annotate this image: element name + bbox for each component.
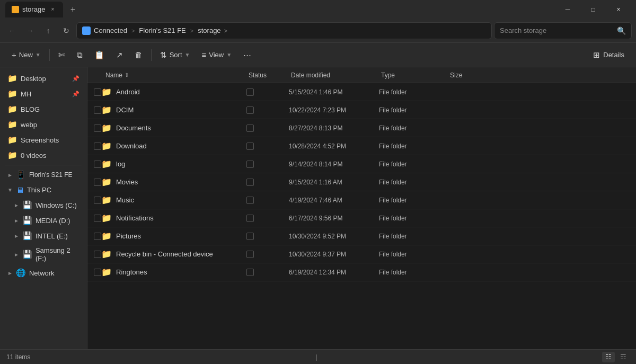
- sort-label: Sort: [170, 51, 182, 59]
- folder-icon: 📁: [7, 150, 17, 160]
- status-bar: 11 items | ☷ ☶: [0, 349, 636, 364]
- table-row[interactable]: 📁 Recycle bin - Connected device 10/30/2…: [87, 245, 636, 263]
- sidebar-item-mh[interactable]: 📁 MH 📌: [2, 86, 85, 101]
- sidebar-item-phone[interactable]: ► 📱 Florin's S21 FE: [2, 167, 85, 182]
- back-button[interactable]: ←: [4, 23, 20, 39]
- copy-button[interactable]: ⧉: [72, 47, 88, 64]
- file-name: Documents: [116, 124, 246, 132]
- sidebar-item-label: MEDIA (D:): [36, 217, 70, 225]
- addr-dropdown-icon: >: [224, 28, 227, 34]
- expand-icon: ▼: [7, 187, 13, 193]
- active-tab[interactable]: storage ×: [5, 2, 63, 17]
- table-row[interactable]: 📁 Ringtones 6/19/2024 12:34 PM File fold…: [87, 263, 636, 281]
- row-checkbox[interactable]: [94, 251, 101, 258]
- column-header-status[interactable]: Status: [249, 72, 291, 79]
- file-name: log: [116, 160, 246, 168]
- table-row[interactable]: 📁 Pictures 10/30/2024 9:52 PM File folde…: [87, 227, 636, 245]
- paste-button[interactable]: 📋: [89, 47, 110, 64]
- toolbar-separator-2: [151, 49, 152, 61]
- view-button[interactable]: ≡ View ▼: [196, 47, 237, 64]
- address-bar[interactable]: Connected > Florin's S21 FE > storage >: [76, 22, 492, 39]
- more-button[interactable]: ⋯: [238, 47, 257, 64]
- column-header-name[interactable]: Name ⇧: [105, 72, 249, 79]
- folder-icon: 📁: [101, 213, 112, 223]
- main-content: 📁 Desktop 📌 📁 MH 📌 📁 BLOG 📁 webp 📁 Scree…: [0, 67, 636, 349]
- cut-button[interactable]: ✄: [53, 47, 70, 64]
- folder-icon: 📁: [101, 159, 112, 169]
- refresh-button[interactable]: ↻: [58, 23, 74, 39]
- column-header-type[interactable]: Type: [381, 72, 450, 79]
- tab-group: storage × +: [5, 2, 80, 17]
- table-row[interactable]: 📁 Download 10/28/2024 4:52 PM File folde…: [87, 137, 636, 155]
- row-checkbox[interactable]: [94, 233, 101, 240]
- file-type: File folder: [379, 179, 448, 186]
- sidebar-item-windows-c[interactable]: ► 💾 Windows (C:): [2, 198, 85, 212]
- close-button[interactable]: ×: [606, 0, 631, 19]
- file-type: File folder: [379, 215, 448, 222]
- file-status: [246, 160, 289, 168]
- column-headers: Name ⇧ Status Date modified Type Size: [87, 67, 636, 83]
- grid-view-button[interactable]: ☶: [617, 352, 630, 362]
- sidebar-item-0videos[interactable]: 📁 0 videos: [2, 148, 85, 163]
- file-status: [246, 250, 289, 259]
- table-row[interactable]: 📁 Movies 9/15/2024 1:16 AM File folder: [87, 173, 636, 191]
- forward-button[interactable]: →: [22, 23, 38, 39]
- folder-icon: 📁: [7, 120, 17, 129]
- sidebar-item-intel-e[interactable]: ► 💾 INTEL (E:): [2, 228, 85, 243]
- column-header-size[interactable]: Size: [450, 72, 630, 79]
- view-chevron-icon: ▼: [226, 52, 232, 58]
- row-checkbox[interactable]: [94, 125, 101, 132]
- addr-part-storage: storage: [198, 26, 220, 34]
- row-checkbox[interactable]: [94, 215, 101, 222]
- share-button[interactable]: ↗: [111, 47, 128, 64]
- file-status: [246, 196, 289, 205]
- add-tab-button[interactable]: +: [65, 2, 80, 17]
- tab-close-button[interactable]: ×: [48, 5, 57, 14]
- window-controls: ─ □ ×: [555, 0, 631, 19]
- row-checkbox[interactable]: [94, 143, 101, 150]
- file-type: File folder: [379, 161, 448, 168]
- list-view-button[interactable]: ☷: [602, 352, 615, 362]
- sidebar-item-network[interactable]: ► 🌐 Network: [2, 265, 85, 280]
- table-row[interactable]: 📁 Notifications 6/17/2024 9:56 PM File f…: [87, 209, 636, 227]
- new-button[interactable]: + New ▼: [6, 47, 46, 64]
- sidebar-item-samsung-f[interactable]: ► 💾 Samsung 2 (F:): [2, 244, 85, 265]
- sidebar-item-media-d[interactable]: ► 💾 MEDIA (D:): [2, 213, 85, 228]
- sidebar-item-webp[interactable]: 📁 webp: [2, 117, 85, 132]
- maximize-button[interactable]: □: [581, 0, 605, 19]
- search-placeholder: Search storage: [500, 26, 546, 34]
- up-button[interactable]: ↑: [40, 23, 56, 39]
- file-name: Android: [116, 88, 246, 96]
- file-type: File folder: [379, 106, 448, 114]
- device-icon: 📱: [16, 170, 26, 180]
- search-bar[interactable]: Search storage 🔍: [494, 22, 632, 39]
- expand-icon: ►: [14, 202, 19, 208]
- sort-button[interactable]: ⇅ Sort ▼: [155, 47, 196, 64]
- sidebar-item-thispc[interactable]: ▼ 🖥 This PC: [2, 183, 85, 197]
- file-status: [246, 178, 289, 187]
- file-date: 10/28/2024 4:52 PM: [289, 143, 379, 150]
- minimize-button[interactable]: ─: [555, 0, 580, 19]
- row-checkbox[interactable]: [94, 106, 101, 114]
- table-row[interactable]: 📁 DCIM 10/22/2024 7:23 PM File folder: [87, 101, 636, 119]
- delete-button[interactable]: 🗑: [129, 47, 148, 64]
- row-checkbox[interactable]: [94, 161, 101, 168]
- row-checkbox[interactable]: [94, 269, 101, 276]
- table-row[interactable]: 📁 Android 5/15/2024 1:46 PM File folder: [87, 83, 636, 101]
- column-header-date[interactable]: Date modified: [291, 72, 381, 79]
- expand-icon: ►: [14, 233, 19, 239]
- toolbar: + New ▼ ✄ ⧉ 📋 ↗ 🗑 ⇅ Sort ▼ ≡ View ▼ ⋯ ⊞ …: [0, 43, 636, 67]
- network-icon: 🌐: [16, 268, 26, 278]
- folder-icon: 📁: [7, 135, 17, 145]
- row-checkbox[interactable]: [94, 197, 101, 204]
- sidebar-item-blog[interactable]: 📁 BLOG: [2, 102, 85, 117]
- table-row[interactable]: 📁 log 9/14/2024 8:14 PM File folder: [87, 155, 636, 173]
- row-checkbox[interactable]: [94, 179, 101, 186]
- table-row[interactable]: 📁 Music 4/19/2024 7:46 AM File folder: [87, 191, 636, 209]
- table-row[interactable]: 📁 Documents 8/27/2024 8:13 PM File folde…: [87, 119, 636, 137]
- sidebar-item-desktop[interactable]: 📁 Desktop 📌: [2, 71, 85, 86]
- row-checkbox[interactable]: [94, 88, 101, 96]
- file-type: File folder: [379, 251, 448, 258]
- details-button[interactable]: ⊞ Details: [588, 47, 630, 64]
- sidebar-item-screenshots[interactable]: 📁 Screenshots: [2, 132, 85, 147]
